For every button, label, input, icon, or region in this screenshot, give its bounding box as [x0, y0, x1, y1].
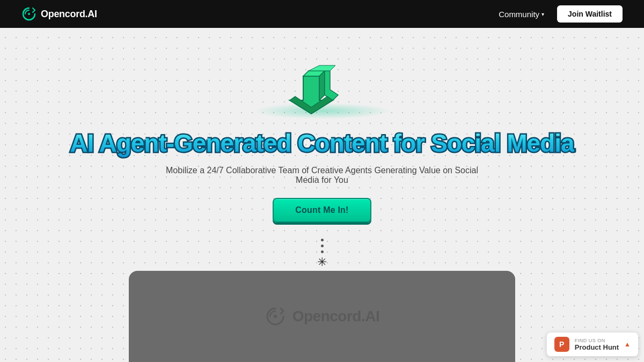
bottom-logo: Opencord.AI: [265, 306, 380, 327]
logo-text: Opencord.AI: [41, 9, 97, 20]
bottom-logo-icon: [265, 306, 286, 327]
product-hunt-badge[interactable]: P FIND US ON Product Hunt ▲: [546, 332, 639, 357]
svg-point-1: [274, 315, 277, 318]
navbar: Opencord.AI Community ▾ Join Waitlist: [0, 0, 644, 28]
arrow-3d-icon: [279, 60, 365, 119]
bottom-logo-text: Opencord.AI: [292, 308, 380, 325]
hero-illustration: [263, 60, 381, 119]
join-waitlist-button[interactable]: Join Waitlist: [557, 5, 623, 23]
product-hunt-text: FIND US ON Product Hunt: [575, 338, 619, 351]
svg-point-0: [28, 13, 30, 15]
upvote-arrow-icon: ▲: [624, 341, 631, 348]
hero-subtext: Mobilize a 24/7 Collaborative Team of Cr…: [161, 166, 483, 185]
logo-icon: [21, 6, 36, 21]
main-content: AI Agent-Generated Content for Social Me…: [0, 28, 644, 269]
community-label: Community: [499, 10, 539, 19]
logo-link[interactable]: Opencord.AI: [21, 6, 97, 21]
community-button[interactable]: Community ▾: [499, 10, 544, 19]
product-hunt-find-us: FIND US ON: [575, 338, 605, 343]
navbar-right: Community ▾ Join Waitlist: [499, 5, 623, 23]
product-hunt-icon: P: [554, 337, 569, 352]
dot-1: [321, 239, 324, 241]
connector-section: ✳: [317, 239, 327, 269]
connector-dots: [321, 239, 324, 253]
dot-3: [321, 250, 324, 253]
bottom-section: Opencord.AI: [129, 271, 515, 362]
product-hunt-upvote: ▲: [624, 341, 631, 348]
chevron-down-icon: ▾: [541, 11, 544, 17]
cta-button[interactable]: Count Me In!: [273, 198, 371, 223]
hero-heading: AI Agent-Generated Content for Social Me…: [70, 130, 574, 157]
spider-icon: ✳: [317, 255, 327, 269]
product-hunt-name: Product Hunt: [575, 343, 619, 351]
dot-2: [321, 245, 324, 247]
hero-heading-wrapper: AI Agent-Generated Content for Social Me…: [70, 130, 574, 157]
